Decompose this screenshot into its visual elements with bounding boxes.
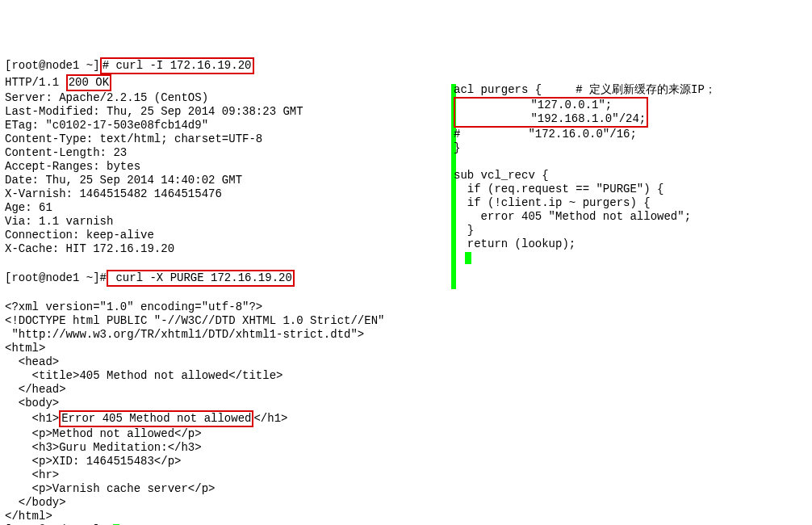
- title-line: <title>405 Method not allowed</title>: [5, 369, 283, 382]
- html-close: </html>: [5, 510, 52, 523]
- p-xid-line: <p>XID: 1464515483</p>: [5, 455, 181, 468]
- html-open: <html>: [5, 342, 45, 355]
- terminal-split-view: [root@node1 ~]# curl -I 172.16.19.20 HTT…: [5, 57, 812, 525]
- header-line: Date: Thu, 25 Sep 2014 14:40:02 GMT: [5, 174, 242, 187]
- p-line: <p>Method not allowed</p>: [5, 427, 202, 440]
- body-open: <body>: [5, 397, 59, 410]
- head-close: </head>: [5, 383, 66, 396]
- header-line: Last-Modified: Thu, 25 Sep 2014 09:38:23…: [5, 105, 303, 118]
- body-close: </body>: [5, 496, 66, 509]
- left-terminal: [root@node1 ~]# curl -I 172.16.19.20 HTT…: [5, 57, 384, 525]
- error-405-highlight: Error 405 Method not allowed: [59, 410, 253, 427]
- head-open: <head>: [5, 355, 59, 368]
- cursor-icon: [465, 252, 471, 264]
- brace-close: }: [454, 141, 460, 154]
- header-line: Via: 1.1 varnish: [5, 215, 113, 228]
- return-line: return (lookup);: [454, 237, 576, 250]
- header-line: Content-Length: 23: [5, 146, 127, 159]
- h1-line: <h1>Error 405 Method not allowed</h1>: [5, 412, 287, 425]
- http-status-line: HTTP/1.1 200 OK: [5, 76, 111, 89]
- header-line: X-Varnish: 1464515482 1464515476: [5, 187, 222, 200]
- h3-line: <h3>Guru Meditation:</h3>: [5, 441, 202, 454]
- header-line: Server: Apache/2.2.15 (CentOS): [5, 91, 208, 104]
- right-config-pane: acl purgers { # 定义刷新缓存的来源IP； "127.0.0.1"…: [454, 83, 716, 265]
- if-client-line: if (!client.ip ~ purgers) {: [454, 196, 651, 209]
- acl-ip-highlight: "127.0.0.1"; "192.168.1.0"/24;: [454, 97, 648, 128]
- header-line: X-Cache: HIT 172.16.19.20: [5, 242, 174, 255]
- header-line: Connection: keep-alive: [5, 229, 154, 242]
- doctype-line: "http://www.w3.org/TR/xhtml1/DTD/xhtml1-…: [5, 328, 364, 341]
- purge-cmd-highlight: curl -X PURGE 172.16.19.20: [107, 270, 295, 287]
- header-line: Age: 61: [5, 201, 52, 214]
- status-200-highlight: 200 OK: [66, 74, 111, 91]
- xml-declaration: <?xml version="1.0" encoding="utf-8"?>: [5, 300, 262, 313]
- acl-line: acl purgers { # 定义刷新缓存的来源IP；: [454, 83, 716, 96]
- sub-vcl-recv: sub vcl_recv {: [454, 169, 549, 182]
- if-req-line: if (req.request == "PURGE") {: [454, 183, 663, 195]
- header-line: Accept-Ranges: bytes: [5, 160, 140, 173]
- inner-close: }: [454, 224, 474, 237]
- error-405-line: error 405 "Method not allowed";: [454, 210, 691, 223]
- p-varnish-line: <p>Varnish cache server</p>: [5, 482, 215, 495]
- header-line: Content-Type: text/html; charset=UTF-8: [5, 132, 262, 145]
- commented-line: # "172.16.0.0"/16;: [454, 128, 637, 141]
- header-line: ETag: "c0102-17-503e08fcb14d9": [5, 119, 208, 132]
- hr-line: <hr>: [5, 468, 59, 481]
- prompt-line-2: [root@node1 ~]# curl -X PURGE 172.16.19.…: [5, 271, 295, 284]
- prompt-line-1: [root@node1 ~]# curl -I 172.16.19.20: [5, 59, 254, 72]
- doctype-line: <!DOCTYPE html PUBLIC "-//W3C//DTD XHTML…: [5, 314, 384, 327]
